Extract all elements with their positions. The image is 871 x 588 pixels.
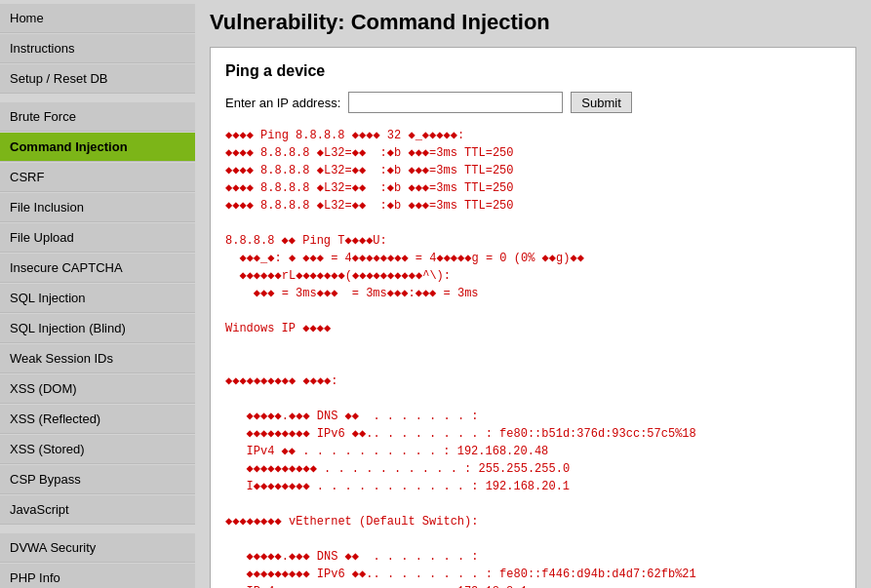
sidebar-item-sql-injection-blind[interactable]: SQL Injection (Blind) <box>0 314 195 343</box>
ip-input[interactable] <box>348 92 563 113</box>
sidebar-item-home[interactable]: Home <box>0 4 195 33</box>
sidebar-item-weak-session-ids[interactable]: Weak Session IDs <box>0 344 195 373</box>
sidebar-separator <box>0 95 195 102</box>
sidebar-item-csp-bypass[interactable]: CSP Bypass <box>0 465 195 494</box>
sidebar-item-sql-injection[interactable]: SQL Injection <box>0 284 195 313</box>
main-content: Vulnerability: Command Injection Ping a … <box>195 0 871 588</box>
sidebar-item-instructions[interactable]: Instructions <box>0 34 195 63</box>
sidebar-item-xss-dom[interactable]: XSS (DOM) <box>0 374 195 404</box>
input-row: Enter an IP address: Submit <box>225 92 841 113</box>
sidebar-item-insecure-captcha[interactable]: Insecure CAPTCHA <box>0 254 195 283</box>
sidebar-item-command-injection[interactable]: Command Injection <box>0 133 195 162</box>
sidebar-item-dvwa-security[interactable]: DVWA Security <box>0 533 195 563</box>
sidebar: HomeInstructionsSetup / Reset DBBrute Fo… <box>0 0 195 588</box>
sidebar-item-file-upload[interactable]: File Upload <box>0 223 195 253</box>
sidebar-item-javascript[interactable]: JavaScript <box>0 495 195 525</box>
sidebar-item-xss-stored[interactable]: XSS (Stored) <box>0 435 195 464</box>
sidebar-separator <box>0 526 195 533</box>
sidebar-item-csrf[interactable]: CSRF <box>0 163 195 192</box>
output-area: ◆◆◆◆ Ping 8.8.8.8 ◆◆◆◆ 32 ◆_◆◆◆◆◆: ◆◆◆◆ … <box>225 127 841 588</box>
sidebar-item-setup[interactable]: Setup / Reset DB <box>0 64 195 94</box>
section-title: Ping a device <box>225 62 841 80</box>
sidebar-item-brute-force[interactable]: Brute Force <box>0 102 195 132</box>
sidebar-item-xss-reflected[interactable]: XSS (Reflected) <box>0 405 195 434</box>
input-label: Enter an IP address: <box>225 96 340 110</box>
submit-button[interactable]: Submit <box>571 92 631 113</box>
page-title: Vulnerability: Command Injection <box>210 10 856 35</box>
sidebar-item-php-info[interactable]: PHP Info <box>0 564 195 588</box>
sidebar-item-file-inclusion[interactable]: File Inclusion <box>0 193 195 222</box>
content-box: Ping a device Enter an IP address: Submi… <box>210 47 856 588</box>
